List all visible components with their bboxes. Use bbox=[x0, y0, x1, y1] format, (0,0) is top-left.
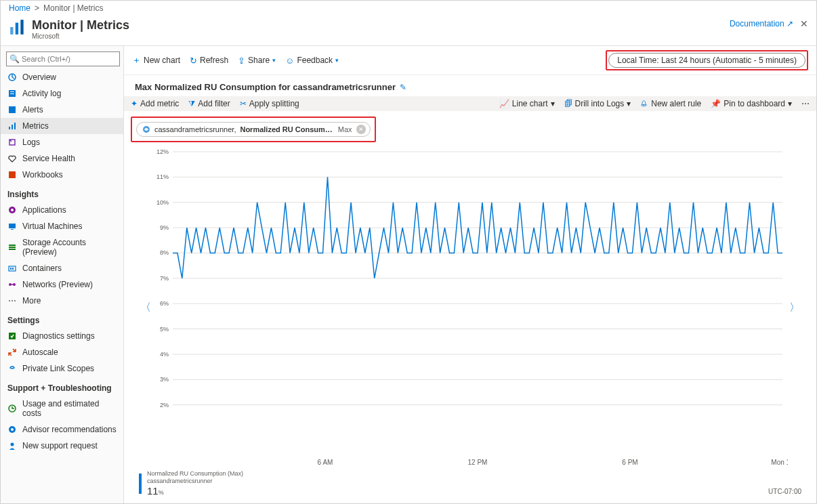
metric-pill[interactable]: cassandrametricsrunner, Normalized RU Co… bbox=[136, 122, 371, 137]
share-button[interactable]: ⇪Share▾ bbox=[238, 56, 276, 66]
add-metric-icon: ✦ bbox=[131, 99, 138, 108]
drill-logs-button[interactable]: 🗐Drill into Logs ▾ bbox=[564, 99, 631, 108]
search-icon: 🔍 bbox=[9, 54, 20, 64]
sidebar-item-label: Containers bbox=[22, 264, 62, 273]
sidebar-item-metrics[interactable]: Metrics bbox=[1, 118, 123, 134]
svg-text:4%: 4% bbox=[160, 351, 169, 358]
sidebar-item-health[interactable]: Service Health bbox=[1, 150, 123, 167]
sidebar-item-label: Service Health bbox=[22, 154, 75, 163]
page-header: Monitor | Metrics Microsoft Documentatio… bbox=[1, 16, 816, 45]
metrics-icon bbox=[7, 121, 17, 131]
sidebar-item-alerts[interactable]: Alerts bbox=[1, 102, 123, 118]
sidebar-item-label: Logs bbox=[22, 138, 40, 147]
metric-resource: cassandrametricsrunner, bbox=[154, 125, 236, 133]
sidebar-item-advisor[interactable]: Advisor recommendations bbox=[1, 421, 123, 438]
sidebar-item-support[interactable]: New support request bbox=[1, 438, 123, 454]
previous-chart-button[interactable]: 〈 bbox=[139, 301, 152, 315]
chart-canvas[interactable]: 2%3%4%5%6%7%8%9%10%11%12%6 AM12 PM6 PMMo… bbox=[152, 148, 788, 467]
svg-rect-6 bbox=[10, 93, 14, 94]
apply-splitting-button[interactable]: ✂Apply splitting bbox=[240, 99, 299, 108]
svg-text:12 PM: 12 PM bbox=[468, 459, 488, 466]
networks-icon bbox=[7, 280, 17, 289]
svg-text:5%: 5% bbox=[160, 326, 169, 333]
svg-point-25 bbox=[12, 300, 13, 301]
external-link-icon: ↗ bbox=[787, 19, 793, 28]
sidebar-item-overview[interactable]: Overview bbox=[1, 69, 123, 85]
search-input[interactable] bbox=[6, 51, 120, 66]
health-icon bbox=[7, 154, 17, 163]
svg-point-23 bbox=[13, 283, 16, 286]
next-chart-button[interactable]: 〉 bbox=[788, 301, 801, 315]
activity-icon bbox=[7, 89, 17, 98]
breadcrumb-current: Monitor | Metrics bbox=[43, 3, 103, 13]
sidebar-item-label: Autoscale bbox=[22, 348, 58, 357]
remove-metric-button[interactable]: ✕ bbox=[356, 125, 366, 134]
sidebar-item-diag[interactable]: Diagnostics settings bbox=[1, 328, 123, 344]
share-icon: ⇪ bbox=[238, 56, 245, 66]
add-metric-button[interactable]: ✦Add metric bbox=[131, 99, 179, 108]
svg-text:7%: 7% bbox=[160, 275, 169, 282]
chevron-down-icon: ▾ bbox=[272, 57, 276, 64]
sidebar-item-label: Applications bbox=[22, 205, 66, 215]
add-filter-button[interactable]: ⧩Add filter bbox=[188, 99, 230, 108]
sidebar-item-label: Advisor recommendations bbox=[22, 425, 117, 434]
new-alert-button[interactable]: 🕭New alert rule bbox=[640, 99, 701, 108]
svg-rect-20 bbox=[10, 268, 12, 270]
sidebar-item-containers[interactable]: Containers bbox=[1, 260, 123, 276]
page-subtitle: Microsoft bbox=[32, 33, 129, 40]
sidebar-item-networks[interactable]: Networks (Preview) bbox=[1, 276, 123, 293]
nav-section-header: Support + Troubleshooting bbox=[1, 377, 123, 396]
sidebar-item-vms[interactable]: Virtual Machines bbox=[1, 218, 123, 234]
sidebar-item-label: More bbox=[22, 296, 41, 306]
legend-resource-name: cassandrametricsrunner bbox=[147, 478, 243, 485]
drill-icon: 🗐 bbox=[564, 99, 572, 108]
sidebar-item-apps[interactable]: Applications bbox=[1, 202, 123, 218]
chart-title: Max Normalized RU Consumption for cassan… bbox=[135, 82, 396, 92]
smiley-icon: ☺ bbox=[285, 56, 294, 66]
svg-rect-15 bbox=[11, 229, 14, 230]
svg-point-24 bbox=[9, 300, 10, 301]
svg-rect-18 bbox=[9, 249, 16, 250]
sidebar-item-autoscale[interactable]: Autoscale bbox=[1, 344, 123, 360]
nav-section-header: Insights bbox=[1, 183, 123, 202]
pin-dashboard-button[interactable]: 📌Pin to dashboard ▾ bbox=[711, 99, 792, 108]
svg-rect-10 bbox=[14, 123, 16, 129]
breadcrumb-home[interactable]: Home bbox=[9, 3, 30, 13]
feedback-button[interactable]: ☺Feedback▾ bbox=[285, 56, 339, 66]
svg-point-26 bbox=[14, 300, 16, 301]
sidebar-item-label: Alerts bbox=[22, 105, 43, 114]
metrics-toolbar: ＋New chart ↻Refresh ⇪Share▾ ☺Feedback▾ L… bbox=[124, 46, 816, 75]
sidebar-item-activity[interactable]: Activity log bbox=[1, 85, 123, 102]
sidebar-item-storage[interactable]: Storage Accounts (Preview) bbox=[1, 234, 123, 260]
sidebar-item-label: Usage and estimated costs bbox=[22, 399, 117, 418]
svg-point-22 bbox=[9, 283, 12, 286]
time-range-picker[interactable]: Local Time: Last 24 hours (Automatic - 5… bbox=[608, 53, 805, 68]
breadcrumb: Home > Monitor | Metrics bbox=[1, 1, 816, 16]
svg-text:6 AM: 6 AM bbox=[318, 459, 333, 466]
sidebar-item-usage[interactable]: Usage and estimated costs bbox=[1, 396, 123, 421]
sidebar-item-privatelink[interactable]: Private Link Scopes bbox=[1, 360, 123, 377]
sidebar-item-logs[interactable]: Logs bbox=[1, 134, 123, 150]
workbooks-icon bbox=[7, 170, 17, 180]
documentation-link[interactable]: Documentation ↗ bbox=[730, 19, 793, 28]
sidebar-item-more[interactable]: More bbox=[1, 293, 123, 309]
logs-icon bbox=[7, 138, 17, 147]
new-chart-button[interactable]: ＋New chart bbox=[132, 54, 180, 66]
vms-icon bbox=[7, 222, 17, 231]
sidebar-item-workbooks[interactable]: Workbooks bbox=[1, 167, 123, 183]
main-content: ＋New chart ↻Refresh ⇪Share▾ ☺Feedback▾ L… bbox=[124, 46, 816, 503]
edit-title-button[interactable]: ✎ bbox=[400, 83, 406, 92]
refresh-button[interactable]: ↻Refresh bbox=[190, 56, 228, 66]
privatelink-icon bbox=[7, 364, 17, 373]
close-icon[interactable]: ✕ bbox=[800, 18, 808, 29]
chart-type-button[interactable]: 📈Line chart ▾ bbox=[499, 99, 555, 108]
svg-rect-7 bbox=[9, 106, 16, 113]
nav-section-header: Settings bbox=[1, 309, 123, 328]
legend-unit: % bbox=[159, 489, 164, 496]
svg-text:6%: 6% bbox=[160, 300, 169, 307]
svg-text:3%: 3% bbox=[160, 376, 169, 383]
more-options-button[interactable]: ⋯ bbox=[801, 99, 810, 108]
split-icon: ✂ bbox=[240, 99, 247, 108]
svg-text:10%: 10% bbox=[156, 199, 169, 206]
svg-rect-14 bbox=[9, 224, 16, 228]
